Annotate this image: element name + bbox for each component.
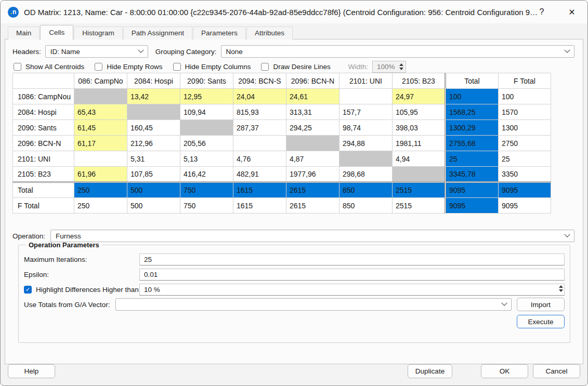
spin-up-icon[interactable] [559,285,563,288]
grouping-category-select[interactable]: None [221,45,574,58]
spin-up-icon[interactable] [399,63,403,66]
matrix-cell[interactable]: 9095 [498,198,551,214]
matrix-cell[interactable]: 205,56 [180,136,233,151]
execute-button[interactable]: Execute [517,315,565,328]
matrix-cell[interactable] [233,136,286,151]
matrix-cell[interactable]: 2750 [498,136,551,151]
matrix-row-header[interactable]: Total [13,182,74,198]
matrix-col-header[interactable]: 2101: UNI [339,73,392,89]
matrix-cell[interactable]: 61,45 [74,120,127,136]
matrix-row-header[interactable]: 2096: BCN-N [13,136,74,151]
matrix-cell[interactable]: 9095 [498,182,551,198]
matrix-cell[interactable]: 1300,29 [445,120,498,136]
matrix-cell[interactable] [339,89,392,104]
tab-parameters[interactable]: Parameters [193,26,246,39]
matrix-cell[interactable]: 109,94 [180,104,233,120]
matrix-col-header[interactable]: 2105: B23 [392,73,445,89]
matrix-col-header[interactable]: 2090: Sants [180,73,233,89]
spin-down-icon[interactable] [399,68,403,70]
matrix-cell[interactable]: 105,95 [392,104,445,120]
matrix-cell[interactable]: 250 [74,198,127,214]
matrix-cell[interactable]: 294,25 [286,120,339,136]
matrix-cell[interactable]: 2615 [286,198,339,214]
matrix-cell[interactable]: 25 [498,151,551,167]
matrix-col-header[interactable]: 086: CampNo [74,73,127,89]
matrix-cell[interactable]: 1615 [233,198,286,214]
matrix-cell[interactable]: 5,13 [180,151,233,167]
matrix-cell[interactable]: 1300 [498,120,551,136]
tab-cells[interactable]: Cells [40,25,73,40]
epsilon-input[interactable] [139,269,565,281]
matrix-cell[interactable]: 1568,25 [445,104,498,120]
matrix-row-header[interactable]: 2105: B23 [13,167,74,182]
matrix-cell[interactable]: 24,04 [233,89,286,104]
matrix-cell[interactable]: 61,17 [74,136,127,151]
matrix-cell[interactable]: 2515 [392,182,445,198]
highlight-differences-checkbox[interactable] [24,286,32,294]
matrix-cell[interactable]: 850 [339,182,392,198]
matrix-cell[interactable]: 100 [445,89,498,104]
matrix-cell[interactable]: 13,42 [127,89,180,104]
matrix-cell[interactable]: 1615 [233,182,286,198]
spinner-arrows[interactable] [559,285,563,292]
checkbox-icon[interactable] [173,63,181,71]
matrix-cell[interactable]: 250 [74,182,127,198]
matrix-row-header[interactable]: F Total [13,198,74,214]
headers-select[interactable]: ID: Name [45,45,148,58]
duplicate-button[interactable]: Duplicate [408,364,452,378]
matrix-cell[interactable]: 100 [498,89,551,104]
matrix-cell[interactable] [74,151,127,167]
matrix-cell[interactable]: 1570 [498,104,551,120]
matrix-row-header[interactable]: 2084: Hospi [13,104,74,120]
matrix-cell[interactable]: 500 [127,198,180,214]
matrix-row-header[interactable]: 2090: Sants [13,120,74,136]
matrix-cell[interactable]: 3350 [498,167,551,182]
matrix-cell[interactable]: 750 [180,182,233,198]
matrix-cell[interactable]: 500 [127,182,180,198]
matrix-cell[interactable]: 313,31 [286,104,339,120]
tab-attributes[interactable]: Attributes [246,26,293,39]
matrix-cell[interactable]: 4,76 [233,151,286,167]
matrix-cell[interactable]: 24,61 [286,89,339,104]
matrix-cell[interactable]: 1977,96 [286,167,339,182]
matrix-cell[interactable]: 815,93 [233,104,286,120]
matrix-cell[interactable]: 287,37 [233,120,286,136]
matrix-cell[interactable]: 212,96 [127,136,180,151]
matrix-cell[interactable]: 98,74 [339,120,392,136]
matrix-cell[interactable]: 160,45 [127,120,180,136]
titlebar-help-button[interactable]: ? [533,4,550,20]
matrix-cell[interactable]: 61,96 [74,167,127,182]
matrix-cell[interactable]: 2615 [286,182,339,198]
hide-empty-rows-checkbox[interactable]: Hide Empty Rows [95,63,162,71]
operation-select[interactable]: Furness [50,230,574,242]
matrix-cell[interactable]: 25 [445,151,498,167]
matrix-cell[interactable]: 3345,78 [445,167,498,182]
spinner-arrows[interactable] [399,63,403,70]
matrix-cell[interactable]: 294,88 [339,136,392,151]
matrix-cell[interactable]: 2515 [392,198,445,214]
matrix-cell[interactable]: 5,31 [127,151,180,167]
matrix-cell[interactable]: 4,94 [392,151,445,167]
matrix-col-header[interactable]: 2084: Hospi [127,73,180,89]
help-button[interactable]: Help [8,364,55,378]
matrix-cell[interactable]: 65,43 [74,104,127,120]
matrix-cell[interactable]: 1981,11 [392,136,445,151]
matrix-col-header[interactable]: F Total [498,73,551,89]
highlight-threshold-input[interactable] [139,284,565,296]
matrix-cell[interactable]: 398,03 [392,120,445,136]
matrix-cell[interactable]: 416,42 [180,167,233,182]
cancel-button[interactable]: Cancel [533,364,580,378]
show-all-centroids-checkbox[interactable]: Show All Centroids [14,63,84,71]
tab-path-assignment[interactable]: Path Assignment [123,26,192,39]
matrix-cell[interactable]: 9095 [445,182,498,198]
matrix-cell[interactable]: 24,97 [392,89,445,104]
matrix-col-header[interactable]: Total [445,73,498,89]
matrix-row-header[interactable]: 2101: UNI [13,151,74,167]
matrix-cell[interactable]: 157,7 [339,104,392,120]
tab-main[interactable]: Main [8,26,40,39]
matrix-row-header[interactable]: 1086: CampNou [13,89,74,104]
width-spinner[interactable]: 100% [372,61,406,73]
matrix-cell[interactable]: 482,91 [233,167,286,182]
maximum-iterations-input[interactable] [139,254,565,265]
matrix-cell[interactable]: 12,95 [180,89,233,104]
